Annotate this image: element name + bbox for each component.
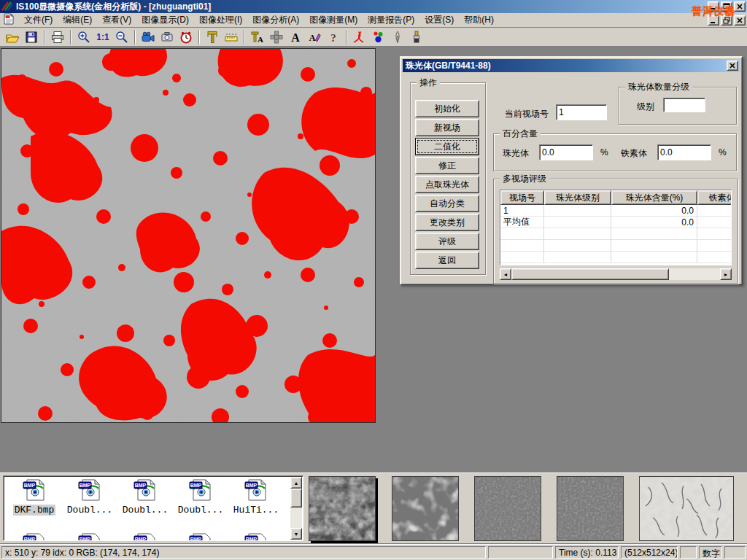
curve-tool-button[interactable] xyxy=(350,28,369,46)
binarize-button[interactable]: 二值化 xyxy=(415,138,479,155)
file-item[interactable]: BMP xyxy=(230,533,282,541)
file-list[interactable]: BMP DKF.bmp BMP Doubl... BMP Doubl... xyxy=(3,475,303,541)
scroll-down-arrow[interactable]: ▼ xyxy=(290,528,302,540)
ruler-measure-button[interactable] xyxy=(222,28,241,46)
rate-button[interactable]: 评级 xyxy=(415,233,479,250)
text-button[interactable]: A xyxy=(286,28,305,46)
particles-icon xyxy=(371,30,386,44)
table-horizontal-scrollbar[interactable]: ◄ ► xyxy=(500,268,732,280)
pick-pearlite-button[interactable]: 点取珠光体 xyxy=(415,176,479,193)
current-field-input[interactable] xyxy=(556,104,607,120)
help-button[interactable]: ? xyxy=(324,28,343,46)
ferrite-percent-sign: % xyxy=(719,147,727,158)
file-item[interactable]: BMP xyxy=(174,533,227,541)
scroll-track[interactable] xyxy=(669,268,720,280)
menu-image-processing[interactable]: 图像处理(I) xyxy=(194,12,247,28)
toolbar-separator xyxy=(70,30,71,44)
open-folder-icon xyxy=(5,30,20,44)
correct-button[interactable]: 修正 xyxy=(415,157,479,174)
file-item[interactable]: BMP Doubl... xyxy=(63,479,116,516)
scroll-thumb[interactable] xyxy=(511,268,669,280)
menu-image-display[interactable]: 图像显示(D) xyxy=(136,12,194,28)
file-item[interactable]: BMP DKF.bmp xyxy=(8,479,61,516)
zoom-out-button[interactable] xyxy=(112,28,131,46)
file-item[interactable]: BMP Doubl... xyxy=(119,479,171,516)
cell-pearlite-content[interactable]: 0.0 xyxy=(611,217,697,228)
file-name[interactable]: HuiTi... xyxy=(232,505,280,516)
thumbnail-image-1[interactable] xyxy=(309,476,376,541)
menu-view[interactable]: 查看(V) xyxy=(97,12,136,28)
open-file-button[interactable] xyxy=(3,28,22,46)
file-item[interactable]: BMP HuiTi... xyxy=(230,479,282,516)
video-capture-button[interactable] xyxy=(139,28,158,46)
change-class-button[interactable]: 更改类别 xyxy=(415,214,479,231)
return-button[interactable]: 返回 xyxy=(415,252,479,269)
file-name[interactable]: Doubl... xyxy=(66,505,114,516)
auto-classify-button[interactable]: 自动分类 xyxy=(415,195,479,212)
file-item[interactable]: BMP xyxy=(63,533,116,541)
cell-ferrite-content[interactable] xyxy=(697,217,732,228)
menu-image-measure[interactable]: 图像测量(M) xyxy=(304,12,363,28)
file-name[interactable]: Doubl... xyxy=(177,505,225,516)
thumbnail-image-4[interactable] xyxy=(557,476,624,541)
rating-table[interactable]: 视场号 珠光体级别 珠光体含量(%) 铁素体含量(%) 1 0.0 平均值 xyxy=(500,190,732,265)
grid-button[interactable] xyxy=(267,28,286,46)
timer-button[interactable] xyxy=(177,28,196,46)
brush-tool-button[interactable] xyxy=(407,28,426,46)
file-name[interactable]: Doubl... xyxy=(121,505,169,516)
actual-size-button[interactable]: 1:1 xyxy=(93,28,112,46)
bmp-file-icon: BMP xyxy=(133,533,157,541)
scroll-right-arrow[interactable]: ► xyxy=(720,268,732,280)
col-field-number[interactable]: 视场号 xyxy=(500,190,544,205)
dialog-title-bar[interactable]: 珠光体(GB/T9441-88) xyxy=(403,59,740,72)
scroll-left-arrow[interactable]: ◄ xyxy=(500,268,511,280)
initialize-button[interactable]: 初始化 xyxy=(415,100,479,117)
new-field-button[interactable]: 新视场 xyxy=(415,119,479,136)
cell-ferrite-content[interactable] xyxy=(697,205,732,217)
pearlite-percent-input[interactable] xyxy=(539,144,593,160)
cell-pearlite-grade[interactable] xyxy=(544,217,611,228)
col-ferrite-content[interactable]: 铁素体含量(%) xyxy=(697,190,732,205)
menu-edit[interactable]: 编辑(E) xyxy=(58,12,97,28)
cell-field-number[interactable]: 平均值 xyxy=(500,217,544,228)
measure-annotate-button[interactable]: A xyxy=(248,28,267,46)
menu-measure-report[interactable]: 测量报告(P) xyxy=(363,12,419,28)
pen-tool-button[interactable] xyxy=(388,28,407,46)
ferrite-percent-input[interactable] xyxy=(657,144,711,160)
thumbnail-image-3[interactable] xyxy=(474,476,541,541)
cell-field-number[interactable]: 1 xyxy=(500,205,544,217)
photo-capture-button[interactable] xyxy=(158,28,177,46)
phase-particles-button[interactable] xyxy=(369,28,388,46)
file-name[interactable]: DKF.bmp xyxy=(13,505,56,516)
scroll-thumb[interactable] xyxy=(290,489,302,508)
caliper-measure-button[interactable] xyxy=(203,28,222,46)
menu-help[interactable]: 帮助(H) xyxy=(459,12,499,28)
thumbnail-image-2[interactable] xyxy=(392,476,459,541)
close-button[interactable] xyxy=(734,1,746,12)
dialog-close-button[interactable] xyxy=(727,61,738,71)
menu-settings[interactable]: 设置(S) xyxy=(419,12,459,28)
file-list-scrollbar[interactable]: ▲ ▼ xyxy=(290,477,302,540)
zoom-in-button[interactable] xyxy=(74,28,93,46)
file-item[interactable]: BMP Doubl... xyxy=(174,479,227,516)
pen-icon xyxy=(390,30,405,44)
micrograph-image[interactable] xyxy=(1,48,376,423)
ferrite-label: 铁素体 xyxy=(621,147,647,160)
grade-input[interactable] xyxy=(663,98,705,112)
file-item[interactable]: BMP xyxy=(8,533,61,541)
cell-pearlite-content[interactable]: 0.0 xyxy=(611,205,697,217)
col-pearlite-content[interactable]: 珠光体含量(%) xyxy=(611,190,697,205)
cell-pearlite-grade[interactable] xyxy=(544,205,611,217)
print-button[interactable] xyxy=(48,28,67,46)
menu-file[interactable]: 文件(F) xyxy=(19,12,58,28)
save-button[interactable] xyxy=(22,28,41,46)
mdi-close-button[interactable] xyxy=(734,15,746,26)
annotate-text-button[interactable]: A xyxy=(305,28,324,46)
binarized-pearlite-view xyxy=(1,49,375,422)
file-item[interactable]: BMP xyxy=(119,533,171,541)
col-pearlite-grade[interactable]: 珠光体级别 xyxy=(544,190,611,205)
percent-group: 百分含量 珠光体 % 铁素体 % xyxy=(493,133,737,171)
thumbnail-image-5[interactable] xyxy=(639,476,734,541)
menu-image-analysis[interactable]: 图像分析(A) xyxy=(247,12,304,28)
scroll-up-arrow[interactable]: ▲ xyxy=(290,477,302,489)
